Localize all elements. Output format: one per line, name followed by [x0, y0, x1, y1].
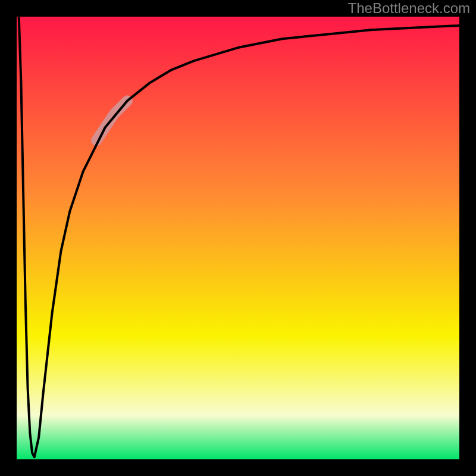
plot-background	[17, 17, 459, 459]
chart-svg	[0, 0, 476, 476]
watermark-text: TheBottleneck.com	[348, 0, 470, 17]
chart-frame: { "watermark": "TheBottleneck.com", "cha…	[0, 0, 476, 476]
